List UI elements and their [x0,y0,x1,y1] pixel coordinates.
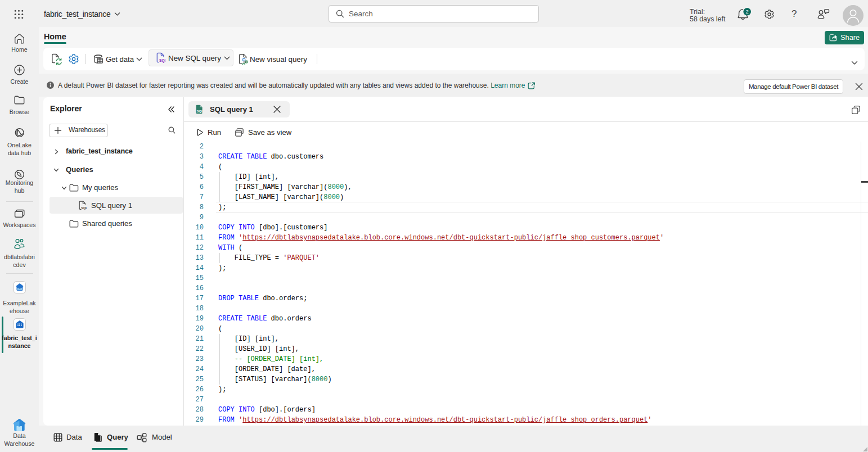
svg-text:2: 2 [746,8,749,15]
svg-text:SQL: SQL [81,206,87,210]
svg-text:SQL: SQL [197,110,204,113]
svg-text:SQL: SQL [159,58,165,63]
